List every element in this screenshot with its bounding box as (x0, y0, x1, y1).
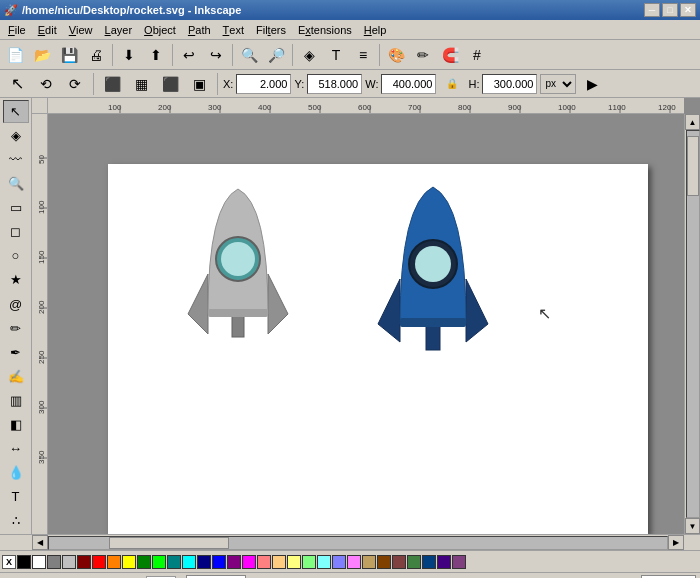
color-magenta[interactable] (242, 555, 256, 569)
tool-zoom[interactable]: 🔍 (3, 172, 29, 195)
menu-filters[interactable]: Filters (250, 21, 292, 39)
h-scroll-track[interactable] (48, 536, 668, 550)
print-button[interactable]: 🖨 (83, 42, 109, 68)
tool-rect[interactable]: ▭ (3, 196, 29, 219)
zoom-select[interactable]: 100% 50% 200% 75% (641, 575, 696, 579)
more-icon[interactable]: ▶ (579, 71, 605, 97)
menu-path[interactable]: Path (182, 21, 217, 39)
group-icon[interactable]: ▣ (186, 71, 212, 97)
text-tool-button[interactable]: T (323, 42, 349, 68)
selector-tool-icon[interactable]: ↖ (4, 71, 30, 97)
menu-extensions[interactable]: Extensions (292, 21, 358, 39)
canvas-inner[interactable]: ↖ (48, 114, 684, 534)
menu-text[interactable]: Text (217, 21, 250, 39)
open-button[interactable]: 📂 (29, 42, 55, 68)
scroll-left-button[interactable]: ◀ (32, 535, 48, 550)
maximize-button[interactable]: □ (662, 3, 678, 17)
color-darkred[interactable] (77, 555, 91, 569)
tool-bucket[interactable]: ▥ (3, 389, 29, 412)
tool-connector[interactable]: ↔ (3, 437, 29, 460)
color-orange[interactable] (107, 555, 121, 569)
tool-node[interactable]: ◈ (3, 124, 29, 147)
color-lightblue[interactable] (332, 555, 346, 569)
tool-dropper[interactable]: 💧 (3, 461, 29, 484)
color-brown[interactable] (377, 555, 391, 569)
tool-text[interactable]: T (3, 485, 29, 508)
scroll-up-button[interactable]: ▲ (685, 114, 700, 130)
tool-calligraphy[interactable]: ✍ (3, 365, 29, 388)
scroll-right-button[interactable]: ▶ (668, 535, 684, 550)
color-navy[interactable] (197, 555, 211, 569)
color-cyan[interactable] (182, 555, 196, 569)
grid-button[interactable]: # (464, 42, 490, 68)
color-gray[interactable] (47, 555, 61, 569)
align-center-icon[interactable]: ▦ (128, 71, 154, 97)
color-red[interactable] (92, 555, 106, 569)
tool-star[interactable]: ★ (3, 268, 29, 291)
color-purple[interactable] (227, 555, 241, 569)
color-lightcyan[interactable] (317, 555, 331, 569)
h-scroll-thumb[interactable] (109, 537, 229, 549)
color-plum[interactable] (452, 555, 466, 569)
minimize-button[interactable]: ─ (644, 3, 660, 17)
align-right-icon[interactable]: ⬛ (157, 71, 183, 97)
stroke-button[interactable]: ✏ (410, 42, 436, 68)
scroll-track-v[interactable] (686, 130, 700, 518)
node-button[interactable]: ◈ (296, 42, 322, 68)
redo-button[interactable]: ↪ (203, 42, 229, 68)
color-pink[interactable] (347, 555, 361, 569)
tool-tweak[interactable]: 〰 (3, 148, 29, 171)
tool-pen[interactable]: ✒ (3, 341, 29, 364)
color-peach[interactable] (272, 555, 286, 569)
align-left-icon[interactable]: ⬛ (99, 71, 125, 97)
color-yellow[interactable] (122, 555, 136, 569)
menu-object[interactable]: Object (138, 21, 182, 39)
y-input[interactable] (307, 74, 362, 94)
align-button[interactable]: ≡ (350, 42, 376, 68)
tool-selector[interactable]: ↖ (3, 100, 29, 123)
color-green[interactable] (152, 555, 166, 569)
fill-button[interactable]: 🎨 (383, 42, 409, 68)
no-color-swatch[interactable]: X (2, 555, 16, 569)
menu-edit[interactable]: Edit (32, 21, 63, 39)
zoom-in-button[interactable]: 🔍 (236, 42, 262, 68)
tool-box3d[interactable]: ◻ (3, 220, 29, 243)
save-button[interactable]: 💾 (56, 42, 82, 68)
color-teal[interactable] (167, 555, 181, 569)
menu-help[interactable]: Help (358, 21, 393, 39)
color-lightyellow[interactable] (287, 555, 301, 569)
export-button[interactable]: ⬆ (143, 42, 169, 68)
color-lightred[interactable] (257, 555, 271, 569)
tool-spiral[interactable]: @ (3, 293, 29, 316)
new-button[interactable]: 📄 (2, 42, 28, 68)
w-input[interactable] (381, 74, 436, 94)
unit-select[interactable]: px mm cm in (540, 74, 576, 94)
color-silver[interactable] (62, 555, 76, 569)
zoom-out-button[interactable]: 🔎 (263, 42, 289, 68)
menu-file[interactable]: File (2, 21, 32, 39)
title-bar-buttons[interactable]: ─ □ ✕ (644, 3, 696, 17)
scroll-down-button[interactable]: ▼ (685, 518, 700, 534)
color-white[interactable] (32, 555, 46, 569)
color-darkgreen[interactable] (137, 555, 151, 569)
menu-layer[interactable]: Layer (99, 21, 139, 39)
transform-icon[interactable]: ⟲ (33, 71, 59, 97)
color-blue[interactable] (212, 555, 226, 569)
layer-select[interactable]: Layer 1 (186, 575, 246, 579)
color-maroon[interactable] (392, 555, 406, 569)
undo-button[interactable]: ↩ (176, 42, 202, 68)
tool-spray[interactable]: ∴ (3, 509, 29, 532)
x-input[interactable] (236, 74, 291, 94)
tool-gradient[interactable]: ◧ (3, 413, 29, 436)
menu-view[interactable]: View (63, 21, 99, 39)
color-tan[interactable] (362, 555, 376, 569)
color-lightgreen[interactable] (302, 555, 316, 569)
tool-pencil[interactable]: ✏ (3, 317, 29, 340)
scroll-thumb-v[interactable] (687, 136, 699, 196)
color-steelblue[interactable] (422, 555, 436, 569)
color-indigo[interactable] (437, 555, 451, 569)
tool-ellipse[interactable]: ○ (3, 244, 29, 267)
close-button[interactable]: ✕ (680, 3, 696, 17)
snap-button[interactable]: 🧲 (437, 42, 463, 68)
color-black[interactable] (17, 555, 31, 569)
